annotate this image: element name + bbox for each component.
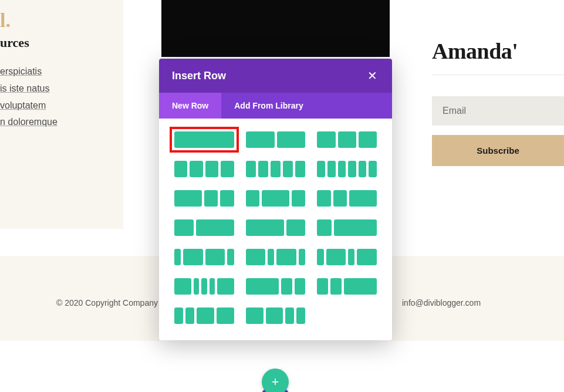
column-block — [174, 190, 202, 207]
column-block — [174, 131, 234, 148]
column-block — [344, 278, 377, 295]
row-layout-option[interactable] — [246, 307, 306, 324]
row-layout-option[interactable] — [317, 249, 377, 265]
plus-icon: + — [272, 374, 279, 390]
row-layout-option[interactable] — [174, 307, 234, 324]
row-layout-option[interactable] — [246, 161, 306, 177]
row-layout-option[interactable] — [317, 161, 377, 177]
column-block — [205, 249, 225, 265]
column-block — [285, 307, 294, 324]
column-block — [262, 190, 289, 207]
column-block — [246, 278, 279, 295]
row-layout-option[interactable] — [174, 190, 234, 207]
row-layout-option[interactable] — [317, 190, 377, 207]
row-layout-option[interactable] — [246, 131, 306, 148]
subscribe-button[interactable]: Subscribe — [432, 135, 564, 166]
row-layout-option[interactable] — [246, 249, 306, 265]
column-block — [271, 161, 281, 177]
modal-tabs: New Row Add From Library — [159, 93, 392, 119]
column-block — [221, 161, 234, 177]
site-title: Amanda' — [432, 38, 564, 64]
tab-add-from-library[interactable]: Add From Library — [221, 93, 316, 119]
column-block — [330, 278, 342, 295]
column-block — [296, 307, 305, 324]
row-layout-option[interactable] — [174, 249, 234, 265]
column-block — [266, 307, 283, 324]
row-layout-option[interactable] — [174, 278, 234, 295]
column-block — [349, 190, 377, 207]
column-block — [317, 131, 335, 148]
column-block — [359, 131, 377, 148]
column-block — [276, 249, 296, 265]
column-block — [258, 161, 268, 177]
column-block — [326, 249, 346, 265]
column-block — [283, 161, 293, 177]
row-layout-option[interactable] — [246, 190, 306, 207]
list-item[interactable]: is iste natus — [0, 80, 123, 97]
column-block — [286, 219, 306, 236]
column-block — [299, 249, 305, 265]
column-block — [217, 278, 234, 295]
insert-row-modal: Insert Row ✕ New Row Add From Library — [159, 59, 392, 340]
column-block — [196, 219, 234, 236]
left-list: erspiciatis is iste natus voluptatem n d… — [0, 63, 123, 131]
column-block — [295, 278, 306, 295]
column-block — [317, 190, 330, 207]
column-block — [174, 161, 187, 177]
column-block — [268, 249, 274, 265]
column-block — [246, 190, 259, 207]
column-block — [317, 249, 323, 265]
row-layout-grid — [159, 119, 392, 340]
close-icon[interactable]: ✕ — [365, 69, 379, 83]
list-item[interactable]: erspiciatis — [0, 63, 123, 80]
column-block — [348, 161, 356, 177]
row-layout-option[interactable] — [317, 278, 377, 295]
column-block — [317, 161, 325, 177]
row-layout-option[interactable] — [174, 219, 234, 236]
column-block — [197, 307, 214, 324]
row-layout-option[interactable] — [317, 131, 377, 148]
left-heading-accent: l. — [0, 11, 123, 31]
row-layout-option[interactable] — [246, 219, 306, 236]
footer-copyright: © 2020 Copyright Company — [56, 298, 158, 307]
divider — [432, 75, 564, 75]
list-item[interactable]: n doloremque — [0, 114, 123, 131]
column-block — [183, 249, 203, 265]
column-block — [217, 307, 234, 324]
column-block — [246, 249, 266, 265]
column-block — [174, 219, 194, 236]
column-block — [334, 219, 377, 236]
column-block — [227, 249, 234, 265]
row-layout-option[interactable] — [317, 219, 377, 236]
column-block — [292, 190, 305, 207]
column-block — [204, 190, 218, 207]
row-layout-option[interactable] — [174, 131, 234, 148]
column-block — [348, 249, 354, 265]
column-block — [174, 249, 181, 265]
column-block — [246, 131, 275, 148]
column-block — [281, 278, 292, 295]
column-block — [357, 249, 377, 265]
footer-email: info@diviblogger.com — [402, 298, 481, 307]
column-block — [369, 161, 377, 177]
email-field[interactable] — [432, 96, 564, 126]
add-section-button[interactable]: + — [262, 369, 289, 392]
column-block — [201, 278, 207, 295]
left-sidebar: l. urces erspiciatis is iste natus volup… — [0, 0, 123, 229]
column-block — [333, 190, 347, 207]
row-layout-option[interactable] — [174, 161, 234, 177]
column-block — [317, 278, 328, 295]
modal-title: Insert Row — [172, 70, 226, 82]
column-block — [174, 278, 191, 295]
modal-header: Insert Row ✕ — [159, 59, 392, 93]
right-column: Amanda' Subscribe — [432, 38, 564, 166]
column-block — [359, 161, 367, 177]
row-layout-option[interactable] — [246, 278, 306, 295]
column-block — [327, 161, 336, 177]
tab-new-row[interactable]: New Row — [159, 93, 221, 119]
column-block — [295, 161, 305, 177]
column-block — [277, 131, 306, 148]
list-item[interactable]: voluptatem — [0, 97, 123, 114]
section-background — [161, 0, 390, 57]
column-block — [174, 307, 183, 324]
